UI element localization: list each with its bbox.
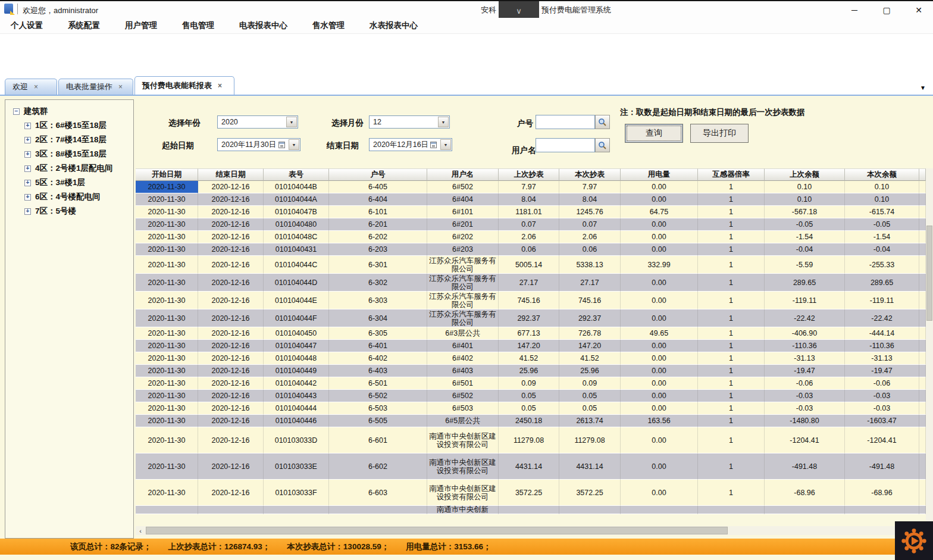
expand-icon[interactable]: +	[24, 194, 31, 201]
chevron-down-icon[interactable]: ▼	[440, 139, 451, 150]
tree-item-4[interactable]: +5区：3#楼1层	[5, 176, 133, 190]
start-date-picker[interactable]: 2020年11月30日 ▼	[217, 138, 300, 151]
column-header-9[interactable]: 上次余额	[765, 168, 845, 181]
table-row[interactable]: 2020-11-302020-12-16010103033E6-602南通市中央…	[136, 453, 926, 480]
expand-icon[interactable]: +	[24, 151, 31, 158]
scroll-left-icon[interactable]: ‹	[136, 526, 145, 535]
table-row[interactable]: 2020-11-302020-12-16010104044D6-302江苏众乐汽…	[136, 274, 926, 292]
column-header-2[interactable]: 表号	[264, 168, 329, 181]
horizontal-scroll-thumb[interactable]	[146, 527, 728, 534]
menu-item-6[interactable]: 水表报表中心	[370, 20, 418, 31]
table-row[interactable]: 2020-11-302020-12-16010104048C6-2026#202…	[136, 231, 926, 243]
table-cell: 289.65	[765, 274, 845, 292]
table-cell: 6-503	[329, 402, 427, 415]
query-button[interactable]: 查询	[625, 124, 683, 143]
table-row[interactable]: 2020-11-302020-12-16010103033F6-603南通市中央…	[136, 480, 926, 506]
table-row[interactable]: 2020-11-302020-12-1601010404446-5036#503…	[136, 402, 926, 415]
table-cell-filler	[919, 218, 926, 231]
vertical-scrollbar[interactable]	[926, 168, 933, 526]
table-cell: 2020-12-16	[198, 309, 264, 327]
tab-1[interactable]: 电表批量操作×	[58, 79, 133, 95]
menu-item-3[interactable]: 售电管理	[182, 20, 214, 31]
column-header-1[interactable]: 结束日期	[198, 168, 264, 181]
column-header-6[interactable]: 本次抄表	[559, 168, 621, 181]
expand-icon[interactable]: +	[24, 123, 31, 129]
chevron-down-icon[interactable]: ▼	[438, 117, 449, 127]
chevron-down-icon[interactable]: ▼	[286, 117, 297, 127]
column-header-8[interactable]: 互感器倍率	[698, 168, 765, 181]
table-row[interactable]: 2020-11-302020-12-1601010404486-4026#402…	[136, 352, 926, 365]
tab-close-icon[interactable]: ×	[218, 82, 222, 89]
table-cell: 2020-11-30	[136, 365, 198, 377]
table-cell: 6-402	[329, 352, 427, 365]
tree-root-item[interactable]: −建筑群	[5, 104, 133, 118]
vertical-scroll-thumb[interactable]	[926, 226, 932, 321]
table-row[interactable]: 2020-11-302020-12-16010104044A6-4046#404…	[136, 193, 926, 206]
year-select[interactable]: 2020 ▼	[217, 115, 298, 129]
table-row[interactable]: 2020-11-302020-12-1601010404496-4036#403…	[136, 365, 926, 377]
column-header-4[interactable]: 用户名	[427, 168, 499, 181]
table-row[interactable]: 2020-11-302020-12-16010104044C6-301江苏众乐汽…	[136, 256, 926, 274]
table-cell: 25.96	[499, 365, 559, 377]
tree-item-5[interactable]: +6区：4号楼配电间	[5, 190, 133, 204]
table-row[interactable]: 2020-11-302020-12-16010104044B6-4056#502…	[136, 181, 926, 193]
expand-icon[interactable]: +	[24, 180, 31, 186]
username-input[interactable]	[536, 138, 595, 152]
table-row[interactable]: 2020-11-302020-12-16010104044F6-304江苏众乐汽…	[136, 309, 926, 327]
username-search-button[interactable]	[595, 138, 610, 152]
column-header-10[interactable]: 本次余额	[845, 168, 919, 181]
tree-item-6[interactable]: +7区：5号楼	[5, 204, 133, 218]
table-row[interactable]: 2020-11-302020-12-1601010404806-2016#201…	[136, 218, 926, 231]
month-select[interactable]: 12 ▼	[369, 115, 450, 129]
expand-icon[interactable]: +	[24, 137, 31, 143]
table-row[interactable]: 南通市中央创新	[136, 506, 926, 514]
table-cell: 010104044C	[264, 256, 329, 274]
collapse-icon[interactable]: −	[13, 108, 20, 115]
menu-item-2[interactable]: 用户管理	[125, 20, 157, 31]
table-cell: 010104044B	[264, 181, 329, 193]
menu-item-4[interactable]: 电表报表中心	[239, 20, 287, 31]
column-header-3[interactable]: 户号	[329, 168, 427, 181]
end-date-picker[interactable]: 2020年12月16日 ▼	[369, 138, 452, 151]
table-row[interactable]: 2020-11-302020-12-16010104044E6-303江苏众乐汽…	[136, 292, 926, 309]
tree-item-2[interactable]: +3区：8#楼15至18层	[5, 147, 133, 161]
menu-item-5[interactable]: 售水管理	[312, 20, 345, 31]
tree-item-1[interactable]: +2区：7#楼14至18层	[5, 133, 133, 147]
export-print-button[interactable]: 导出打印	[690, 124, 749, 143]
expand-icon[interactable]: +	[24, 208, 31, 215]
tab-overflow-icon[interactable]: ▼	[920, 85, 926, 91]
tree-item-0[interactable]: +1区：6#楼15至18层	[5, 118, 133, 133]
table-cell: 1	[698, 480, 765, 506]
account-search-button[interactable]	[595, 115, 610, 129]
table-row[interactable]: 2020-11-302020-12-16010104047B6-1016#101…	[136, 206, 926, 218]
table-cell: 2020-12-16	[198, 352, 264, 365]
tab-close-icon[interactable]: ×	[34, 83, 38, 90]
close-button[interactable]: ✕	[910, 3, 927, 17]
table-row[interactable]: 2020-11-302020-12-1601010404476-4016#401…	[136, 340, 926, 352]
welcome-text: 欢迎您，administrator	[23, 5, 98, 16]
expand-icon[interactable]: +	[24, 165, 31, 172]
column-header-0[interactable]: 开始日期	[136, 168, 198, 181]
chevron-down-icon[interactable]: ▼	[289, 139, 299, 150]
minimize-button[interactable]: ─	[846, 3, 863, 17]
tab-close-icon[interactable]: ×	[118, 83, 123, 90]
tree-item-3[interactable]: +4区：2号楼1层配电间	[5, 161, 133, 176]
table-cell: -0.03	[845, 390, 919, 402]
column-header-5[interactable]: 上次抄表	[499, 168, 559, 181]
table-cell: 1	[698, 352, 765, 365]
table-row[interactable]: 2020-11-302020-12-1601010404466-5056#5层公…	[136, 415, 926, 427]
account-input[interactable]	[536, 115, 595, 129]
table-row[interactable]: 2020-11-302020-12-16010103033D6-601南通市中央…	[136, 427, 926, 453]
tab-0[interactable]: 欢迎×	[5, 79, 57, 95]
menu-item-0[interactable]: 个人设置	[11, 20, 43, 31]
table-row[interactable]: 2020-11-302020-12-1601010404436-5026#502…	[136, 390, 926, 402]
column-header-7[interactable]: 用电量	[621, 168, 698, 181]
horizontal-scrollbar[interactable]: ‹	[136, 526, 920, 535]
menu-item-1[interactable]: 系统配置	[68, 20, 100, 31]
maximize-button[interactable]: ▢	[878, 3, 895, 17]
table-row[interactable]: 2020-11-302020-12-1601010404316-2036#203…	[136, 243, 926, 256]
tab-2[interactable]: 预付费电表能耗报表×	[134, 76, 234, 95]
tree-item-label: 3区：8#楼15至18层	[35, 149, 107, 159]
table-row[interactable]: 2020-11-302020-12-1601010404426-5016#501…	[136, 377, 926, 390]
table-row[interactable]: 2020-11-302020-12-1601010404506-3056#3层公…	[136, 327, 926, 340]
